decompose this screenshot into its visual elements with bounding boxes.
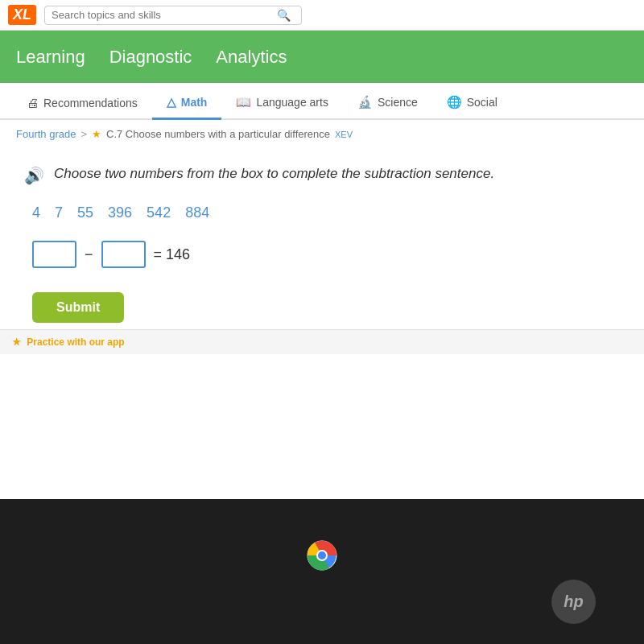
subnav-language-arts[interactable]: 📖 Language arts (221, 87, 343, 120)
hp-logo: hp (551, 580, 596, 624)
bottom-bezel: hp (0, 499, 644, 644)
top-bar: XL 🔍 (0, 0, 644, 31)
monitor: XL 🔍 Learning Diagnostic Analytics 🖨 Rec… (0, 0, 644, 644)
equals-sign: = 146 (154, 246, 191, 263)
question-row: 🔊 Choose two numbers from the box to com… (24, 164, 620, 185)
science-icon: 🔬 (357, 95, 373, 109)
subnav-math-label: Math (181, 96, 208, 109)
svg-point-3 (318, 551, 326, 559)
subnav-social[interactable]: 🌐 Social (432, 87, 512, 120)
audio-button[interactable]: 🔊 (24, 166, 44, 185)
number-option-4[interactable]: 542 (147, 204, 171, 221)
social-icon: 🌐 (447, 95, 462, 109)
number-option-0[interactable]: 4 (32, 204, 40, 221)
practice-bar: ★ Practice with our app (0, 329, 644, 354)
number-option-5[interactable]: 884 (185, 204, 209, 221)
main-content: 🔊 Choose two numbers from the box to com… (0, 148, 644, 339)
nav-item-analytics[interactable]: Analytics (216, 43, 287, 72)
submit-button[interactable]: Submit (32, 292, 124, 323)
search-input[interactable] (52, 9, 277, 21)
breadcrumb-current: C.7 Choose numbers with a particular dif… (106, 128, 330, 140)
question-text: Choose two numbers from the box to compl… (54, 164, 494, 184)
subnav-social-label: Social (467, 96, 497, 109)
number-option-3[interactable]: 396 (108, 204, 132, 221)
breadcrumb-parent[interactable]: Fourth grade (16, 128, 76, 140)
ixl-logo: XL (8, 5, 36, 25)
subnav-science-label: Science (378, 96, 418, 109)
subnav-recommendations-label: Recommendations (43, 97, 138, 109)
second-number-input[interactable] (101, 241, 146, 268)
subnav-recommendations[interactable]: 🖨 Recommendations (12, 88, 152, 120)
search-icon: 🔍 (277, 9, 291, 22)
breadcrumb: Fourth grade > ★ C.7 Choose numbers with… (0, 120, 644, 148)
subnav-math[interactable]: △ Math (152, 87, 222, 120)
chrome-icon (306, 539, 338, 572)
practice-star-icon: ★ (12, 336, 21, 348)
subnav-science[interactable]: 🔬 Science (343, 87, 432, 120)
xev-badge: XEV (335, 130, 353, 139)
number-option-2[interactable]: 55 (77, 204, 93, 221)
nav-item-learning[interactable]: Learning (16, 43, 85, 72)
sub-nav: 🖨 Recommendations △ Math 📖 Language arts… (0, 83, 644, 120)
practice-text: Practice with our app (27, 336, 124, 348)
number-option-1[interactable]: 7 (55, 204, 63, 221)
number-box-row: 4 7 55 396 542 884 (24, 204, 620, 221)
subnav-language-arts-label: Language arts (256, 96, 328, 109)
nav-item-diagnostic[interactable]: Diagnostic (109, 43, 192, 72)
recommendations-icon: 🖨 (27, 96, 39, 109)
search-bar[interactable]: 🔍 (44, 6, 302, 25)
math-icon: △ (167, 95, 176, 109)
equation-row: − = 146 (24, 241, 620, 268)
nav-bar: Learning Diagnostic Analytics (0, 31, 644, 83)
first-number-input[interactable] (32, 241, 76, 268)
breadcrumb-separator: > (80, 128, 87, 140)
minus-operator: − (85, 246, 93, 263)
language-arts-icon: 📖 (236, 95, 251, 109)
breadcrumb-star: ★ (92, 128, 101, 140)
screen: XL 🔍 Learning Diagnostic Analytics 🖨 Rec… (0, 0, 644, 499)
